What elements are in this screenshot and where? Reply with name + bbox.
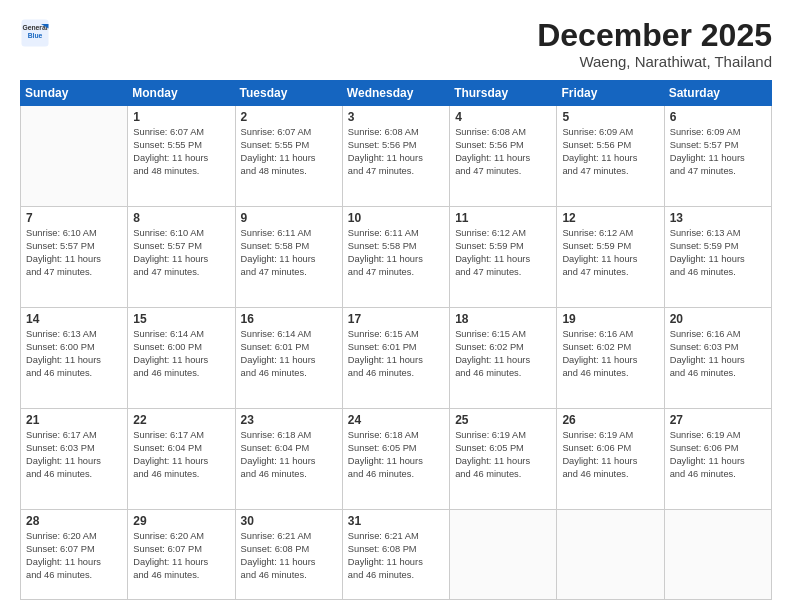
day-number: 14: [26, 312, 122, 326]
day-number: 29: [133, 514, 229, 528]
calendar-cell: 7Sunrise: 6:10 AMSunset: 5:57 PMDaylight…: [21, 207, 128, 308]
cell-details: Sunrise: 6:16 AMSunset: 6:03 PMDaylight:…: [670, 328, 766, 380]
cell-details: Sunrise: 6:07 AMSunset: 5:55 PMDaylight:…: [133, 126, 229, 178]
cell-details: Sunrise: 6:14 AMSunset: 6:01 PMDaylight:…: [241, 328, 337, 380]
day-number: 19: [562, 312, 658, 326]
day-number: 16: [241, 312, 337, 326]
day-number: 5: [562, 110, 658, 124]
calendar-cell: 26Sunrise: 6:19 AMSunset: 6:06 PMDayligh…: [557, 409, 664, 510]
page-header: General Blue December 2025 Waeng, Narath…: [20, 18, 772, 70]
cell-details: Sunrise: 6:09 AMSunset: 5:56 PMDaylight:…: [562, 126, 658, 178]
calendar-cell: 25Sunrise: 6:19 AMSunset: 6:05 PMDayligh…: [450, 409, 557, 510]
cell-details: Sunrise: 6:13 AMSunset: 6:00 PMDaylight:…: [26, 328, 122, 380]
day-number: 26: [562, 413, 658, 427]
calendar-week-3: 21Sunrise: 6:17 AMSunset: 6:03 PMDayligh…: [21, 409, 772, 510]
day-number: 24: [348, 413, 444, 427]
calendar-cell: 3Sunrise: 6:08 AMSunset: 5:56 PMDaylight…: [342, 106, 449, 207]
weekday-monday: Monday: [128, 81, 235, 106]
calendar-week-1: 7Sunrise: 6:10 AMSunset: 5:57 PMDaylight…: [21, 207, 772, 308]
cell-details: Sunrise: 6:19 AMSunset: 6:05 PMDaylight:…: [455, 429, 551, 481]
cell-details: Sunrise: 6:08 AMSunset: 5:56 PMDaylight:…: [455, 126, 551, 178]
calendar-cell: 15Sunrise: 6:14 AMSunset: 6:00 PMDayligh…: [128, 308, 235, 409]
day-number: 28: [26, 514, 122, 528]
weekday-saturday: Saturday: [664, 81, 771, 106]
cell-details: Sunrise: 6:19 AMSunset: 6:06 PMDaylight:…: [670, 429, 766, 481]
svg-text:Blue: Blue: [28, 32, 43, 39]
cell-details: Sunrise: 6:15 AMSunset: 6:01 PMDaylight:…: [348, 328, 444, 380]
calendar-cell: 2Sunrise: 6:07 AMSunset: 5:55 PMDaylight…: [235, 106, 342, 207]
calendar-week-4: 28Sunrise: 6:20 AMSunset: 6:07 PMDayligh…: [21, 510, 772, 600]
cell-details: Sunrise: 6:12 AMSunset: 5:59 PMDaylight:…: [562, 227, 658, 279]
day-number: 12: [562, 211, 658, 225]
calendar-cell: 9Sunrise: 6:11 AMSunset: 5:58 PMDaylight…: [235, 207, 342, 308]
cell-details: Sunrise: 6:18 AMSunset: 6:05 PMDaylight:…: [348, 429, 444, 481]
cell-details: Sunrise: 6:16 AMSunset: 6:02 PMDaylight:…: [562, 328, 658, 380]
weekday-wednesday: Wednesday: [342, 81, 449, 106]
calendar-cell: 23Sunrise: 6:18 AMSunset: 6:04 PMDayligh…: [235, 409, 342, 510]
calendar-week-0: 1Sunrise: 6:07 AMSunset: 5:55 PMDaylight…: [21, 106, 772, 207]
day-number: 17: [348, 312, 444, 326]
day-number: 7: [26, 211, 122, 225]
day-number: 13: [670, 211, 766, 225]
cell-details: Sunrise: 6:09 AMSunset: 5:57 PMDaylight:…: [670, 126, 766, 178]
day-number: 1: [133, 110, 229, 124]
cell-details: Sunrise: 6:10 AMSunset: 5:57 PMDaylight:…: [26, 227, 122, 279]
calendar-cell: [557, 510, 664, 600]
cell-details: Sunrise: 6:10 AMSunset: 5:57 PMDaylight:…: [133, 227, 229, 279]
cell-details: Sunrise: 6:17 AMSunset: 6:04 PMDaylight:…: [133, 429, 229, 481]
calendar-cell: 22Sunrise: 6:17 AMSunset: 6:04 PMDayligh…: [128, 409, 235, 510]
calendar-table: SundayMondayTuesdayWednesdayThursdayFrid…: [20, 80, 772, 600]
weekday-sunday: Sunday: [21, 81, 128, 106]
cell-details: Sunrise: 6:21 AMSunset: 6:08 PMDaylight:…: [241, 530, 337, 582]
cell-details: Sunrise: 6:20 AMSunset: 6:07 PMDaylight:…: [26, 530, 122, 582]
calendar-cell: 19Sunrise: 6:16 AMSunset: 6:02 PMDayligh…: [557, 308, 664, 409]
day-number: 10: [348, 211, 444, 225]
calendar-cell: 10Sunrise: 6:11 AMSunset: 5:58 PMDayligh…: [342, 207, 449, 308]
cell-details: Sunrise: 6:19 AMSunset: 6:06 PMDaylight:…: [562, 429, 658, 481]
calendar-cell: 5Sunrise: 6:09 AMSunset: 5:56 PMDaylight…: [557, 106, 664, 207]
day-number: 11: [455, 211, 551, 225]
title-block: December 2025 Waeng, Narathiwat, Thailan…: [537, 18, 772, 70]
day-number: 23: [241, 413, 337, 427]
cell-details: Sunrise: 6:11 AMSunset: 5:58 PMDaylight:…: [348, 227, 444, 279]
day-number: 2: [241, 110, 337, 124]
day-number: 15: [133, 312, 229, 326]
calendar-cell: 16Sunrise: 6:14 AMSunset: 6:01 PMDayligh…: [235, 308, 342, 409]
weekday-friday: Friday: [557, 81, 664, 106]
day-number: 9: [241, 211, 337, 225]
calendar-cell: [21, 106, 128, 207]
day-number: 25: [455, 413, 551, 427]
cell-details: Sunrise: 6:12 AMSunset: 5:59 PMDaylight:…: [455, 227, 551, 279]
calendar-cell: 24Sunrise: 6:18 AMSunset: 6:05 PMDayligh…: [342, 409, 449, 510]
calendar-cell: 8Sunrise: 6:10 AMSunset: 5:57 PMDaylight…: [128, 207, 235, 308]
day-number: 30: [241, 514, 337, 528]
cell-details: Sunrise: 6:11 AMSunset: 5:58 PMDaylight:…: [241, 227, 337, 279]
cell-details: Sunrise: 6:18 AMSunset: 6:04 PMDaylight:…: [241, 429, 337, 481]
calendar-cell: [664, 510, 771, 600]
month-title: December 2025: [537, 18, 772, 53]
day-number: 31: [348, 514, 444, 528]
calendar-cell: 21Sunrise: 6:17 AMSunset: 6:03 PMDayligh…: [21, 409, 128, 510]
cell-details: Sunrise: 6:14 AMSunset: 6:00 PMDaylight:…: [133, 328, 229, 380]
calendar-cell: 27Sunrise: 6:19 AMSunset: 6:06 PMDayligh…: [664, 409, 771, 510]
calendar-cell: 31Sunrise: 6:21 AMSunset: 6:08 PMDayligh…: [342, 510, 449, 600]
calendar-cell: [450, 510, 557, 600]
calendar-cell: 17Sunrise: 6:15 AMSunset: 6:01 PMDayligh…: [342, 308, 449, 409]
day-number: 8: [133, 211, 229, 225]
cell-details: Sunrise: 6:15 AMSunset: 6:02 PMDaylight:…: [455, 328, 551, 380]
calendar-cell: 1Sunrise: 6:07 AMSunset: 5:55 PMDaylight…: [128, 106, 235, 207]
day-number: 4: [455, 110, 551, 124]
day-number: 21: [26, 413, 122, 427]
calendar-cell: 12Sunrise: 6:12 AMSunset: 5:59 PMDayligh…: [557, 207, 664, 308]
location: Waeng, Narathiwat, Thailand: [537, 53, 772, 70]
day-number: 3: [348, 110, 444, 124]
day-number: 22: [133, 413, 229, 427]
cell-details: Sunrise: 6:07 AMSunset: 5:55 PMDaylight:…: [241, 126, 337, 178]
calendar-cell: 18Sunrise: 6:15 AMSunset: 6:02 PMDayligh…: [450, 308, 557, 409]
calendar-cell: 20Sunrise: 6:16 AMSunset: 6:03 PMDayligh…: [664, 308, 771, 409]
calendar-cell: 28Sunrise: 6:20 AMSunset: 6:07 PMDayligh…: [21, 510, 128, 600]
cell-details: Sunrise: 6:13 AMSunset: 5:59 PMDaylight:…: [670, 227, 766, 279]
logo: General Blue: [20, 18, 50, 48]
calendar-cell: 4Sunrise: 6:08 AMSunset: 5:56 PMDaylight…: [450, 106, 557, 207]
day-number: 18: [455, 312, 551, 326]
